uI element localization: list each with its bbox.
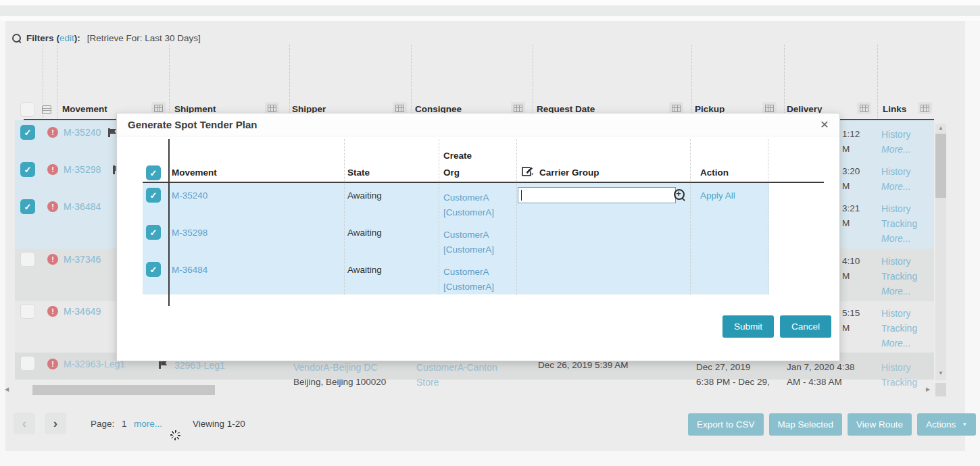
more-link[interactable]: More... [881, 336, 917, 351]
top-gap [0, 16, 980, 21]
links-cell: History Tracking More... [881, 254, 917, 299]
dialog-row-checkbox[interactable]: ✓ [146, 262, 161, 277]
dialog-movement-link[interactable]: M-35298 [172, 228, 207, 238]
tracking-link[interactable]: Tracking [881, 321, 917, 336]
alert-icon: ! [47, 201, 58, 212]
filters-bar: Filters ( edit ): [Retrieve For: Last 30… [12, 31, 201, 45]
dialog-movement-link[interactable]: M-35240 [172, 190, 207, 201]
app-window: Filters ( edit ): [Retrieve For: Last 30… [0, 0, 980, 466]
dialog-header-movement: Movement [172, 167, 217, 178]
row-checkbox[interactable]: ✓ [20, 125, 35, 140]
row-checkbox[interactable] [20, 252, 35, 267]
delivery-cell: 3:21M [842, 201, 860, 231]
close-icon[interactable]: × [820, 116, 829, 132]
links-cell: History Tracking More... [881, 201, 917, 246]
column-menu-icon[interactable] [918, 102, 932, 114]
viewing-range: Viewing 1-20 [193, 419, 245, 429]
history-link[interactable]: History [881, 254, 917, 269]
submit-button[interactable]: Submit [722, 315, 774, 338]
text-cursor [521, 190, 522, 201]
select-all-checkbox[interactable] [20, 102, 35, 117]
alert-icon: ! [47, 359, 58, 369]
more-link[interactable]: More... [881, 231, 917, 246]
more-link[interactable]: More... [881, 284, 917, 299]
dialog-row-checkbox[interactable]: ✓ [146, 225, 161, 240]
links-cell: History More... [881, 127, 911, 157]
row-checkbox[interactable] [20, 304, 35, 319]
filters-label: Filters [26, 33, 54, 43]
more-pages-link[interactable]: more... [134, 419, 162, 429]
header-movement[interactable]: Movement [62, 104, 107, 114]
scroll-up-icon[interactable]: ▲ [938, 126, 944, 131]
dialog-row-checkbox[interactable]: ✓ [146, 188, 161, 203]
vertical-scrollbar-thumb[interactable] [935, 134, 946, 198]
dialog-select-all-checkbox[interactable]: ✓ [146, 165, 161, 180]
scroll-right-icon[interactable]: ▶ [926, 387, 930, 392]
apply-all-link[interactable]: Apply All [700, 190, 735, 201]
footer-actions: Export to CSV Map Selected View Route Ac… [688, 413, 976, 436]
movement-link[interactable]: M-35298 [64, 164, 101, 175]
view-route-button[interactable]: View Route [848, 413, 912, 436]
carrier-group-input[interactable] [518, 187, 676, 203]
tracking-link[interactable]: Tracking [881, 216, 917, 231]
expand-rows-icon[interactable] [42, 105, 51, 114]
history-link[interactable]: History [881, 201, 917, 216]
delivery-cell: 5:15M [842, 306, 860, 336]
top-strip [0, 0, 980, 5]
header-links[interactable]: Links [883, 104, 906, 114]
scrollbar-corner [935, 383, 946, 396]
column-menu-icon[interactable] [857, 102, 871, 114]
filters-edit-link[interactable]: edit [59, 33, 74, 43]
shipment-link[interactable]: 32963-Leg1 [174, 360, 225, 371]
cancel-button[interactable]: Cancel [780, 315, 831, 338]
more-link[interactable]: More... [881, 179, 911, 194]
dialog-state: Awaiting [347, 265, 382, 275]
links-cell: History Tracking [881, 360, 917, 390]
shipper-cell: VendorA-Beijing DC Beijing, Beijing 1000… [293, 360, 386, 390]
tracking-link[interactable]: Tracking [881, 375, 917, 390]
consignee-cell: CustomerA-Canton Store [416, 360, 497, 390]
history-link[interactable]: History [881, 306, 917, 321]
dialog-movement-link[interactable]: M-36484 [172, 265, 207, 275]
history-link[interactable]: History [881, 360, 917, 375]
movement-link[interactable]: M-34649 [64, 306, 101, 317]
scroll-left-icon[interactable]: ◀ [5, 387, 9, 392]
edit-required-icon: * [522, 165, 535, 178]
scroll-down-icon[interactable]: ▼ [938, 371, 944, 376]
map-selected-button[interactable]: Map Selected [769, 413, 843, 436]
export-csv-button[interactable]: Export to CSV [688, 413, 764, 436]
generate-spot-tender-plan-dialog: Generate Spot Tender Plan × ✓ Movement S… [116, 113, 840, 361]
magnifier-lookup-icon[interactable] [674, 189, 685, 200]
consignee-link[interactable]: Store [416, 375, 497, 390]
row-checkbox[interactable]: ✓ [20, 162, 35, 177]
page-label: Page: [91, 419, 114, 429]
next-page-button[interactable]: › [45, 413, 66, 434]
shipper-link[interactable]: VendorA-Beijing DC [293, 360, 386, 375]
filters-paren-close: ): [74, 33, 80, 43]
flag-icon [113, 165, 115, 174]
horizontal-scrollbar-thumb[interactable] [32, 385, 215, 395]
row-checkbox[interactable] [20, 356, 35, 371]
history-link[interactable]: History [881, 164, 911, 179]
prev-page-button[interactable]: ‹ [14, 413, 35, 434]
actions-dropdown-button[interactable]: Actions ▼ [917, 413, 976, 436]
shipper-address: Beijing, Beijing 100020 [293, 375, 386, 390]
pickup-cell: Dec 27, 20196:38 PM - Dec 29, [696, 360, 770, 390]
dialog-header-underline [143, 182, 824, 183]
row-checkbox[interactable]: ✓ [20, 199, 35, 214]
history-link[interactable]: History [881, 127, 911, 142]
dialog-header-action: Action [700, 167, 729, 178]
tracking-link[interactable]: Tracking [881, 269, 917, 284]
dialog-state: Awaiting [347, 228, 382, 238]
dialog-create-org: CustomerA [CustomerA] [443, 265, 494, 294]
column-separator [516, 139, 517, 294]
movement-link[interactable]: M-35240 [64, 127, 101, 138]
delivery-cell: Jan 7, 2020 4:38AM - 4:38 AM [787, 360, 855, 390]
links-cell: History More... [881, 164, 911, 194]
more-link[interactable]: More... [881, 142, 911, 157]
dialog-state: Awaiting [347, 190, 382, 201]
movement-link[interactable]: M-36484 [64, 201, 101, 212]
movement-link[interactable]: M-37346 [64, 254, 101, 265]
consignee-link[interactable]: CustomerA-Canton [416, 360, 497, 375]
dialog-table-left-border [168, 139, 170, 306]
